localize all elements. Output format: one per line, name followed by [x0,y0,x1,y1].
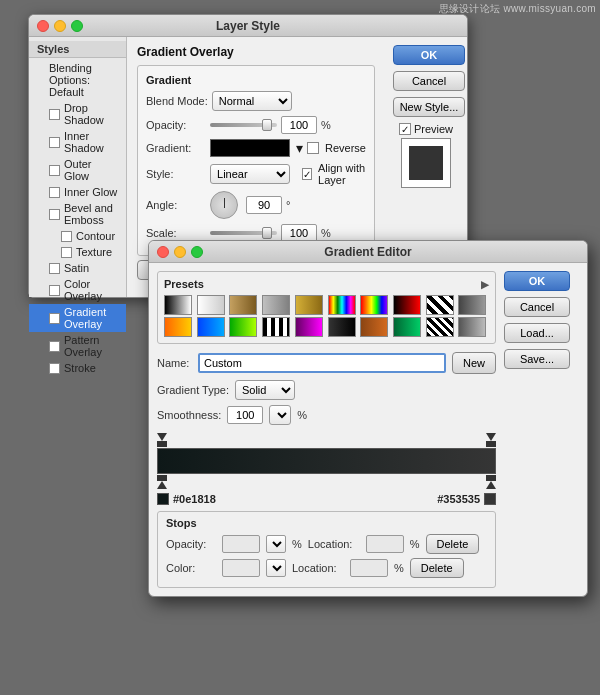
ge-new-button[interactable]: New [452,352,496,374]
stop-rect-right [486,441,496,447]
ge-color-location-input[interactable] [350,559,388,577]
ge-load-button[interactable]: Load... [504,323,570,343]
ge-color-stop-select[interactable]: ▾ [266,559,286,577]
ge-smoothness-input[interactable] [227,406,263,424]
ge-opacity-stop-input[interactable] [222,535,260,553]
ge-opacity-location-label: Location: [308,538,360,550]
preset-18[interactable] [393,317,421,337]
preset-19[interactable] [426,317,454,337]
ls-new-style-button[interactable]: New Style... [393,97,465,117]
sidebar-item-stroke[interactable]: Stroke [29,360,126,376]
sidebar-item-texture[interactable]: Texture [29,244,126,260]
blend-mode-select[interactable]: Normal [212,91,292,111]
stroke-checkbox[interactable] [49,363,60,374]
preset-1[interactable] [164,295,192,315]
blending-label: Blending Options: Default [49,62,118,98]
opacity-slider-thumb[interactable] [262,119,272,131]
sidebar-item-satin[interactable]: Satin [29,260,126,276]
layer-style-title: Layer Style [216,19,280,33]
opacity-row: Opacity: % [146,116,366,134]
ge-opacity-stop-select[interactable]: ▾ [266,535,286,553]
preview-checkbox[interactable] [399,123,411,135]
reverse-checkbox[interactable] [307,142,319,154]
sidebar-item-gradient-overlay[interactable]: ✓ Gradient Overlay [29,304,126,332]
outer-glow-checkbox[interactable] [49,165,60,176]
preset-16[interactable] [328,317,356,337]
sidebar-item-inner-shadow[interactable]: Inner Shadow [29,128,126,156]
ge-body: Presets ▶ [149,263,587,596]
ge-smoothness-select[interactable]: ▾ [269,405,291,425]
ge-opacity-delete-button[interactable]: Delete [426,534,480,554]
ge-right-color-swatch[interactable] [484,493,496,505]
align-layer-checkbox[interactable] [302,168,312,180]
gradient-overlay-checkbox[interactable]: ✓ [49,313,60,324]
preset-7[interactable] [360,295,388,315]
maximize-button[interactable] [71,20,83,32]
contour-checkbox[interactable] [61,231,72,242]
ge-type-select[interactable]: Solid [235,380,295,400]
sidebar-item-color-overlay[interactable]: Color Overlay [29,276,126,304]
sidebar-item-inner-glow[interactable]: Inner Glow [29,184,126,200]
style-select[interactable]: Linear [210,164,290,184]
ge-ok-button[interactable]: OK [504,271,570,291]
ge-left-color-swatch[interactable] [157,493,169,505]
preset-10[interactable] [458,295,486,315]
bevel-emboss-checkbox[interactable] [49,209,60,220]
preset-5[interactable] [295,295,323,315]
ge-opacity-stop-left[interactable] [157,433,167,447]
sidebar-item-bevel-emboss[interactable]: Bevel and Emboss [29,200,126,228]
inner-shadow-checkbox[interactable] [49,137,60,148]
preset-15[interactable] [295,317,323,337]
scale-slider-thumb[interactable] [262,227,272,239]
preset-14[interactable] [262,317,290,337]
ge-maximize-button[interactable] [191,246,203,258]
ge-name-input[interactable] [198,353,446,373]
ls-ok-button[interactable]: OK [393,45,465,65]
angle-wheel[interactable] [210,191,238,219]
preset-8[interactable] [393,295,421,315]
ge-color-stop-input[interactable] [222,559,260,577]
satin-checkbox[interactable] [49,263,60,274]
ge-color-delete-button[interactable]: Delete [410,558,464,578]
preset-6[interactable] [328,295,356,315]
color-overlay-checkbox[interactable] [49,285,60,296]
preset-9[interactable] [426,295,454,315]
texture-checkbox[interactable] [61,247,72,258]
sidebar-item-pattern-overlay[interactable]: Pattern Overlay [29,332,126,360]
close-button[interactable] [37,20,49,32]
inner-glow-checkbox[interactable] [49,187,60,198]
sidebar-item-drop-shadow[interactable]: Drop Shadow [29,100,126,128]
ge-cancel-button[interactable]: Cancel [504,297,570,317]
preset-20[interactable] [458,317,486,337]
layer-style-traffic-lights [37,20,83,32]
opacity-input[interactable] [281,116,317,134]
preset-4[interactable] [262,295,290,315]
ge-gradient-bar[interactable] [157,448,496,474]
ls-cancel-button[interactable]: Cancel [393,71,465,91]
preset-13[interactable] [229,317,257,337]
pattern-overlay-checkbox[interactable] [49,341,60,352]
gradient-dropdown-arrow[interactable]: ▾ [296,140,303,156]
preset-17[interactable] [360,317,388,337]
gradient-preview[interactable] [210,139,290,157]
angle-input[interactable] [246,196,282,214]
presets-expand-arrow[interactable]: ▶ [481,279,489,290]
preset-12[interactable] [197,317,225,337]
ge-minimize-button[interactable] [174,246,186,258]
ge-close-button[interactable] [157,246,169,258]
ge-save-button[interactable]: Save... [504,349,570,369]
preset-11[interactable] [164,317,192,337]
scale-slider[interactable] [210,231,277,235]
preset-2[interactable] [197,295,225,315]
preset-3[interactable] [229,295,257,315]
ge-color-stop-left[interactable] [157,475,167,489]
sidebar-item-contour[interactable]: Contour [29,228,126,244]
drop-shadow-checkbox[interactable] [49,109,60,120]
sidebar-item-outer-glow[interactable]: Outer Glow [29,156,126,184]
sidebar-item-blending[interactable]: Blending Options: Default [29,60,126,100]
ge-color-stop-right[interactable] [486,475,496,489]
ge-opacity-location-input[interactable] [366,535,404,553]
ge-opacity-stop-right[interactable] [486,433,496,447]
minimize-button[interactable] [54,20,66,32]
opacity-slider[interactable] [210,123,277,127]
